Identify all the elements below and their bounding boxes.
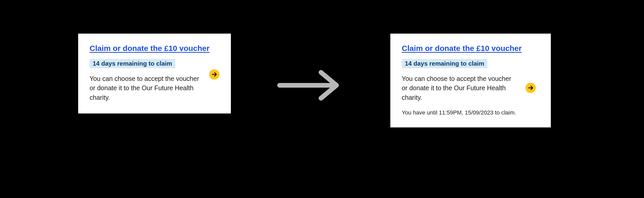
- voucher-title-link[interactable]: Claim or donate the £10 voucher: [402, 44, 522, 53]
- card-body-row: You can choose to accept the voucher or …: [402, 74, 539, 102]
- card-body-row: You can choose to accept the voucher or …: [90, 74, 219, 102]
- voucher-card-after: Claim or donate the £10 voucher 14 days …: [390, 34, 551, 127]
- days-remaining-badge: 14 days remaining to claim: [402, 59, 487, 68]
- voucher-body-text: You can choose to accept the voucher or …: [90, 74, 202, 102]
- transition-arrow-icon: [274, 67, 347, 104]
- voucher-title-link[interactable]: Claim or donate the £10 voucher: [90, 44, 209, 53]
- voucher-card-before: Claim or donate the £10 voucher 14 days …: [78, 34, 231, 113]
- arrow-right-icon[interactable]: [209, 69, 219, 80]
- voucher-body-text: You can choose to accept the voucher or …: [402, 74, 518, 102]
- days-remaining-badge: 14 days remaining to claim: [90, 59, 175, 68]
- arrow-right-icon[interactable]: [525, 83, 536, 93]
- claim-deadline-text: You have until 11:59PM, 15/09/2023 to cl…: [402, 109, 539, 116]
